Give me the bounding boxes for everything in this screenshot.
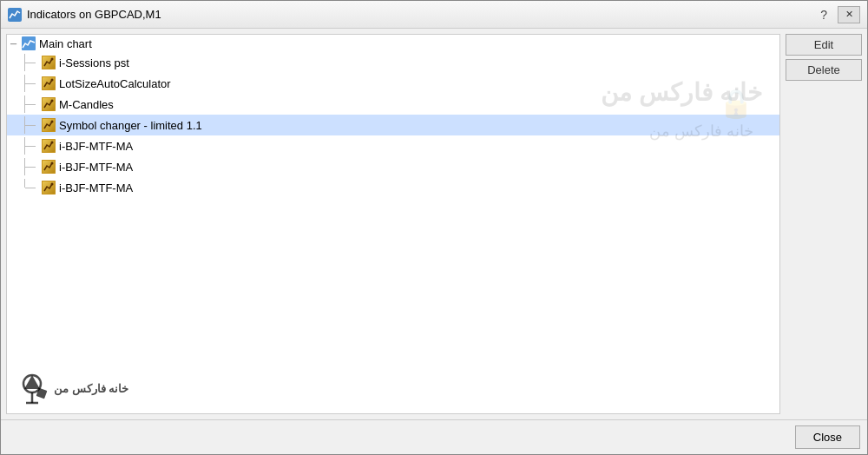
close-titlebar-button[interactable]: ✕ [838,6,860,23]
watermark-bottom-text: خانه فارکس من [54,382,128,395]
indicator-label: i-BJF-MTF-MA [59,161,133,174]
indicator-icon [42,160,56,174]
tree-connector [7,54,42,71]
dialog-content: ─ Main chart [1,29,867,419]
indicators-dialog: Indicators on GBPCAD,M1 ? ✕ ─ Main chart [0,0,868,455]
title-bar: Indicators on GBPCAD,M1 ? ✕ [1,1,867,29]
sidebar-panel: Edit Delete [780,29,867,419]
svg-point-7 [51,79,54,82]
tree-item[interactable]: i-BJF-MTF-MA [7,156,779,177]
footer-bar: Close [1,419,867,454]
svg-point-13 [51,121,54,123]
tree-connector [7,75,42,92]
close-dialog-button[interactable]: Close [795,425,860,449]
indicator-label: i-BJF-MTF-MA [59,181,133,195]
delete-button[interactable]: Delete [786,59,862,81]
window-icon [8,8,22,22]
tree-connector [7,158,42,175]
tree-item[interactable]: i-Sessions pst [7,52,779,73]
indicator-label: LotSizeAutoCalculator [59,77,171,90]
collapse-icon[interactable]: ─ [10,39,16,49]
tree-item[interactable]: LotSizeAutoCalculator [7,73,779,94]
svg-point-19 [51,162,54,165]
svg-point-23 [23,375,41,392]
tree-item[interactable]: Symbol changer - limited 1.1 [7,115,779,135]
indicator-icon [42,181,56,195]
indicator-icon [42,118,56,132]
window-title: Indicators on GBPCAD,M1 [27,8,810,21]
svg-point-10 [51,100,54,102]
edit-button[interactable]: Edit [786,34,862,56]
tree-root-item[interactable]: ─ Main chart [7,35,779,52]
watermark-logo-icon [16,372,49,405]
indicator-icon [42,97,56,111]
indicator-label: i-BJF-MTF-MA [59,140,133,153]
svg-point-4 [51,58,54,61]
indicator-icon [42,76,56,90]
svg-rect-27 [36,388,48,399]
indicator-icon [42,56,56,69]
tree-item[interactable]: M-Candles [7,94,779,115]
main-chart-icon [22,36,36,50]
tree-connector [7,179,42,196]
indicator-label: M-Candles [59,98,114,111]
help-button[interactable]: ? [815,8,832,22]
indicator-label: i-Sessions pst [59,56,129,69]
root-label: Main chart [39,37,92,50]
svg-marker-26 [24,375,40,389]
tree-connector [7,137,42,155]
indicator-icon [42,139,56,153]
indicators-tree-panel[interactable]: ─ Main chart [6,34,780,414]
watermark-bottom: خانه فارکس من [16,372,128,405]
tree-connector [7,116,42,134]
tree-connector [7,96,42,113]
tree-item[interactable]: i-BJF-MTF-MA [7,177,779,198]
tree-children: i-Sessions pst LotSizeAutoCalculator [7,52,779,198]
svg-point-16 [51,142,54,144]
indicator-label: Symbol changer - limited 1.1 [59,119,202,132]
tree-item[interactable]: i-BJF-MTF-MA [7,135,779,156]
svg-point-22 [51,183,54,186]
